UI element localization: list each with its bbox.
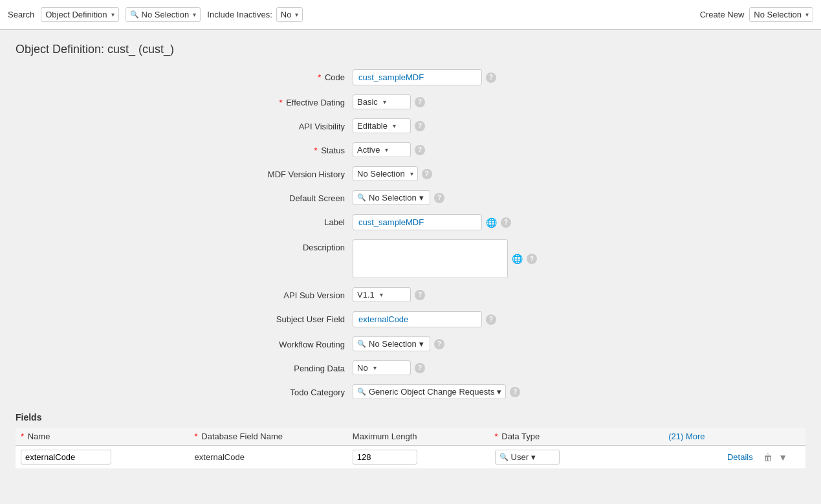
code-label: * Code — [223, 69, 353, 82]
mdf-version-value: No Selection — [357, 169, 405, 179]
status-value: Active — [357, 145, 380, 155]
search-selection-value: No Selection — [142, 10, 190, 19]
pending-data-row: Pending Data No ▾ ? — [223, 360, 805, 375]
label-label: Label — [223, 214, 353, 227]
subject-user-input[interactable] — [353, 311, 482, 327]
workflow-routing-help-icon[interactable]: ? — [434, 339, 444, 349]
col-header-more: (21) More — [663, 428, 758, 446]
default-screen-dropdown[interactable]: 🔍 No Selection ▾ — [353, 190, 430, 205]
workflow-routing-value: No Selection — [369, 339, 417, 349]
api-sub-version-label: API Sub Version — [223, 287, 353, 300]
topbar-right: Create New No Selection ▾ — [700, 7, 813, 22]
search-selection-chevron-icon: ▾ — [193, 11, 196, 18]
api-visibility-help-icon[interactable]: ? — [415, 121, 425, 131]
api-sub-version-value: V1.1 — [357, 290, 375, 300]
api-visibility-dropdown[interactable]: Editable ▾ — [353, 118, 411, 133]
effective-dating-dropdown[interactable]: Basic ▾ — [353, 94, 411, 109]
include-inactives-chevron-icon: ▾ — [295, 11, 298, 18]
code-required-star: * — [318, 72, 321, 82]
include-inactives-group: Include Inactives: No ▾ — [207, 7, 303, 22]
label-row: Label 🌐 ? — [223, 214, 805, 230]
label-input[interactable] — [353, 214, 482, 230]
fields-title: Fields — [16, 412, 805, 422]
table-row: externalCode 🔍 User ▾ Details — [16, 446, 805, 469]
page-content: Object Definition: cust_ (cust_) * Code … — [0, 30, 821, 482]
page-title: Object Definition: cust_ (cust_) — [16, 43, 805, 56]
api-sub-version-row: API Sub Version V1.1 ▾ ? — [223, 287, 805, 302]
col-header-name: * Name — [16, 428, 190, 446]
field-data-type-value: User — [511, 452, 529, 462]
code-help-icon[interactable]: ? — [486, 72, 496, 83]
effective-dating-label: * Effective Dating — [223, 94, 353, 107]
todo-category-chevron-icon: ▾ — [497, 387, 501, 397]
todo-category-search-icon: 🔍 — [357, 388, 366, 396]
field-data-type-chevron-icon: ▾ — [531, 452, 536, 462]
description-row: Description 🌐 ? — [223, 239, 805, 278]
col-header-data-type: * Data Type — [490, 428, 664, 446]
include-inactives-label: Include Inactives: — [207, 10, 272, 19]
effective-dating-help-icon[interactable]: ? — [415, 97, 425, 107]
field-name-input[interactable] — [21, 450, 111, 465]
field-db-name-value: externalCode — [195, 452, 245, 462]
code-input[interactable] — [353, 69, 482, 85]
default-screen-search-icon: 🔍 — [357, 193, 366, 202]
create-new-dropdown[interactable]: No Selection ▾ — [749, 7, 813, 22]
effective-dating-required-star: * — [279, 98, 283, 107]
pending-data-dropdown[interactable]: No ▾ — [353, 360, 411, 375]
move-down-icon[interactable]: ▼ — [778, 452, 787, 463]
subject-user-help-icon[interactable]: ? — [486, 314, 496, 325]
todo-category-value: Generic Object Change Requests — [369, 387, 494, 397]
mdf-version-dropdown[interactable]: No Selection ▾ — [353, 166, 418, 181]
todo-category-label: Todo Category — [223, 384, 353, 397]
description-help-icon[interactable]: ? — [527, 254, 537, 264]
todo-category-help-icon[interactable]: ? — [510, 387, 520, 397]
status-required-star: * — [314, 146, 317, 155]
todo-category-row: Todo Category 🔍 Generic Object Change Re… — [223, 384, 805, 399]
include-inactives-value: No — [281, 10, 292, 19]
status-help-icon[interactable]: ? — [415, 145, 425, 155]
api-sub-version-dropdown[interactable]: V1.1 ▾ — [353, 287, 411, 302]
create-new-chevron-icon: ▾ — [805, 11, 809, 18]
todo-category-dropdown[interactable]: 🔍 Generic Object Change Requests ▾ — [353, 384, 506, 399]
description-input[interactable] — [353, 239, 508, 278]
description-globe-icon[interactable]: 🌐 — [512, 254, 523, 264]
search-selection-dropdown[interactable]: 🔍 No Selection ▾ — [126, 7, 201, 22]
field-max-length-input[interactable] — [353, 450, 417, 465]
api-visibility-controls: Editable ▾ ? — [353, 118, 425, 133]
form-section: * Code ? * Effective Dating Basic ▾ ? — [16, 69, 805, 399]
delete-icon[interactable]: 🗑 — [763, 452, 772, 463]
code-controls: ? — [353, 69, 496, 85]
workflow-routing-dropdown[interactable]: 🔍 No Selection ▾ — [353, 336, 430, 351]
search-icon: 🔍 — [130, 10, 139, 19]
pending-data-help-icon[interactable]: ? — [415, 363, 425, 373]
create-new-value: No Selection — [754, 10, 802, 19]
field-data-type-dropdown[interactable]: 🔍 User ▾ — [495, 450, 560, 465]
search-type-dropdown[interactable]: Object Definition ▾ — [41, 7, 118, 22]
col-header-actions — [758, 428, 805, 446]
status-dropdown[interactable]: Active ▾ — [353, 142, 411, 157]
mdf-version-help-icon[interactable]: ? — [422, 169, 432, 179]
api-visibility-value: Editable — [357, 121, 388, 131]
search-type-value: Object Definition — [45, 10, 107, 19]
include-inactives-dropdown[interactable]: No ▾ — [276, 7, 303, 22]
globe-icon[interactable]: 🌐 — [486, 217, 497, 228]
col-header-db-field: * Database Field Name — [190, 428, 347, 446]
default-screen-help-icon[interactable]: ? — [434, 193, 444, 203]
api-sub-version-help-icon[interactable]: ? — [415, 290, 425, 300]
pending-data-value: No — [357, 363, 368, 373]
field-details-cell: Details — [663, 446, 758, 469]
pending-data-label: Pending Data — [223, 360, 353, 373]
more-link[interactable]: (21) More — [668, 432, 705, 441]
default-screen-chevron-icon: ▾ — [419, 193, 424, 203]
fields-section: Fields * Name * Database Field Name Maxi… — [16, 412, 805, 469]
label-help-icon[interactable]: ? — [501, 217, 511, 228]
api-sub-version-controls: V1.1 ▾ ? — [353, 287, 425, 302]
field-db-name-cell: externalCode — [190, 446, 347, 469]
pending-data-controls: No ▾ ? — [353, 360, 425, 375]
details-link[interactable]: Details — [727, 452, 753, 462]
todo-category-controls: 🔍 Generic Object Change Requests ▾ ? — [353, 384, 520, 399]
mdf-version-controls: No Selection ▾ ? — [353, 166, 432, 181]
effective-dating-controls: Basic ▾ ? — [353, 94, 425, 109]
create-new-label: Create New — [700, 10, 745, 19]
topbar: Search Object Definition ▾ 🔍 No Selectio… — [0, 0, 821, 30]
